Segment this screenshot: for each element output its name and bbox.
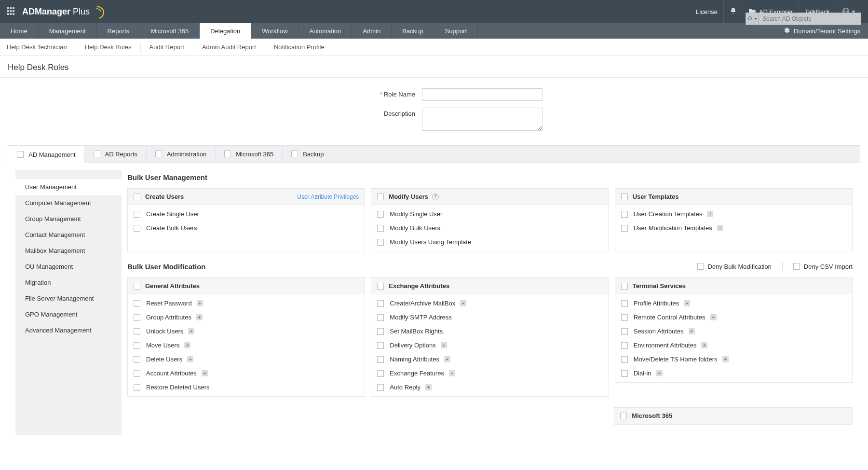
cat-tab-ad-management[interactable]: AD Management (8, 145, 85, 163)
expand-icon[interactable]: + (449, 370, 455, 376)
app-logo[interactable]: ADManager Plus (22, 6, 102, 17)
checkbox[interactable] (134, 314, 140, 321)
checkbox[interactable] (621, 342, 628, 349)
checkbox[interactable] (621, 328, 628, 335)
perm-user-modification-templates[interactable]: User Modification Templates+ (615, 221, 852, 235)
perm-modify-bulk-users[interactable]: Modify Bulk Users (371, 221, 608, 235)
perm-delete-users[interactable]: Delete Users+ (128, 352, 365, 366)
subnav-help-desk-technician[interactable]: Help Desk Technician (7, 42, 76, 52)
checkbox[interactable] (134, 370, 140, 377)
checkbox[interactable] (621, 225, 628, 232)
checkbox[interactable] (377, 300, 384, 307)
perm-reset-password[interactable]: Reset Password+ (128, 296, 365, 310)
expand-icon[interactable]: + (187, 356, 193, 362)
subnav-help-desk-roles[interactable]: Help Desk Roles (76, 42, 141, 52)
perm-auto-reply[interactable]: Auto Reply+ (371, 380, 608, 394)
user-attr-privileges-link[interactable]: User Attribute Privileges (297, 194, 359, 200)
nav-support[interactable]: Support (434, 23, 478, 39)
perm-unlock-users[interactable]: Unlock Users+ (128, 324, 365, 338)
nav-home[interactable]: Home (0, 23, 39, 39)
perm-restore-deleted-users[interactable]: Restore Deleted Users (128, 380, 365, 394)
checkbox[interactable] (377, 342, 384, 349)
checkbox[interactable] (291, 151, 298, 157)
checkbox[interactable] (134, 342, 140, 349)
checkbox[interactable] (134, 328, 140, 335)
license-link[interactable]: License (690, 0, 723, 23)
perm-dial-in[interactable]: Dial-in+ (615, 366, 852, 380)
expand-icon[interactable]: + (184, 342, 190, 348)
cat-tab-backup[interactable]: Backup (283, 146, 333, 162)
checkbox[interactable] (134, 211, 140, 218)
leftnav-gpo-management[interactable]: GPO Management (15, 306, 122, 322)
perm-exchange-features[interactable]: Exchange Features+ (371, 366, 608, 380)
perm-session-attributes[interactable]: Session Attributes+ (615, 324, 852, 338)
expand-icon[interactable]: + (701, 342, 707, 348)
perm-modify-single-user[interactable]: Modify Single User (371, 207, 608, 221)
checkbox[interactable] (377, 384, 384, 391)
checkbox[interactable] (377, 194, 384, 200)
perm-create-single-user[interactable]: Create Single User (128, 207, 365, 221)
expand-icon[interactable]: + (425, 384, 432, 390)
expand-icon[interactable]: + (656, 370, 663, 376)
search-icon[interactable] (746, 13, 759, 25)
perm-environment-attributes[interactable]: Environment Attributes+ (615, 338, 852, 352)
description-textarea[interactable] (422, 108, 542, 131)
checkbox[interactable] (17, 151, 24, 158)
cat-tab-ad-reports[interactable]: AD Reports (85, 146, 147, 162)
nav-workflow[interactable]: Workflow (251, 23, 298, 39)
leftnav-group-management[interactable]: Group Management (15, 211, 122, 227)
perm-set-mailbox-rights[interactable]: Set MailBox Rights (371, 324, 608, 338)
checkbox[interactable] (621, 370, 628, 377)
checkbox[interactable] (621, 314, 628, 321)
expand-icon[interactable]: + (202, 370, 208, 376)
leftnav-advanced-management[interactable]: Advanced Management (15, 322, 122, 338)
deny-bulk-checkbox[interactable]: Deny Bulk Modification (697, 263, 772, 270)
leftnav-user-management[interactable]: User Management (15, 179, 122, 195)
subnav-audit-report[interactable]: Audit Report (141, 42, 193, 52)
checkbox[interactable] (134, 225, 140, 232)
leftnav-computer-management[interactable]: Computer Management (15, 195, 122, 211)
checkbox[interactable] (134, 384, 140, 391)
checkbox[interactable] (134, 283, 140, 290)
perm-group-attributes[interactable]: Group Attributes+ (128, 310, 365, 324)
checkbox[interactable] (377, 283, 384, 290)
expand-icon[interactable]: + (188, 328, 194, 334)
checkbox[interactable] (377, 314, 384, 321)
leftnav-contact-management[interactable]: Contact Management (15, 227, 122, 243)
subnav-admin-audit-report[interactable]: Admin Audit Report (193, 42, 265, 52)
checkbox[interactable] (377, 225, 384, 232)
domain-tenant-settings[interactable]: Domain/Tenant Settings (775, 23, 868, 39)
perm-profile-attributes[interactable]: Profile Attributes+ (615, 296, 852, 310)
perm-create-archive-mailbox[interactable]: Create/Archive MailBox+ (371, 296, 608, 310)
perm-user-creation-templates[interactable]: User Creation Templates+ (615, 207, 852, 221)
checkbox[interactable] (377, 328, 384, 335)
apps-grid-icon[interactable] (7, 7, 15, 16)
expand-icon[interactable]: + (196, 314, 203, 320)
checkbox[interactable] (377, 356, 384, 363)
cat-tab-microsoft-365[interactable]: Microsoft 365 (216, 146, 283, 162)
perm-remote-control-attributes[interactable]: Remote Control Attributes+ (615, 310, 852, 324)
checkbox[interactable] (94, 151, 100, 157)
expand-icon[interactable]: + (710, 314, 717, 320)
leftnav-mailbox-management[interactable]: Mailbox Management (15, 243, 122, 259)
perm-delivery-options[interactable]: Delivery Options+ (371, 338, 608, 352)
checkbox[interactable] (621, 300, 628, 307)
expand-icon[interactable]: + (689, 328, 695, 334)
checkbox[interactable] (134, 356, 140, 363)
perm-move-delete-ts-home-folders[interactable]: Move/Delete TS Home folders+ (615, 352, 852, 366)
checkbox[interactable] (621, 194, 628, 200)
nav-reports[interactable]: Reports (97, 23, 141, 39)
checkbox[interactable] (620, 413, 627, 419)
checkbox[interactable] (377, 370, 384, 377)
leftnav-migration[interactable]: Migration (15, 275, 122, 290)
checkbox[interactable] (224, 151, 231, 157)
checkbox[interactable] (621, 211, 628, 218)
deny-csv-checkbox[interactable]: Deny CSV Import (793, 263, 853, 270)
search-box[interactable] (746, 13, 861, 25)
nav-admin[interactable]: Admin (352, 23, 392, 39)
search-input[interactable] (759, 15, 861, 22)
checkbox[interactable] (621, 283, 628, 290)
checkbox[interactable] (134, 194, 140, 200)
role-name-input[interactable] (422, 88, 542, 101)
expand-icon[interactable]: + (707, 211, 713, 217)
